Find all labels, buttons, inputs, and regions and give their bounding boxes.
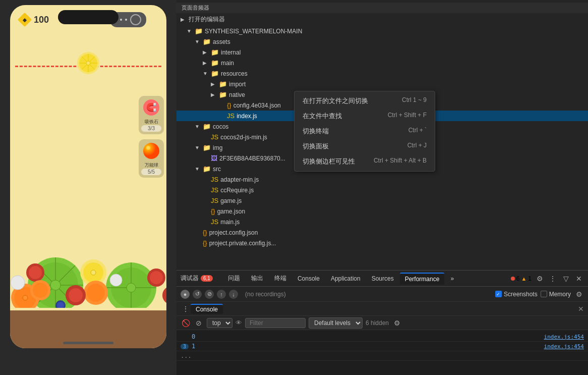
tab-more[interactable]: » — [445, 273, 459, 284]
eye-icon[interactable]: 👁 — [236, 319, 242, 327]
projectconfig-file[interactable]: ▶ {} project.config.json — [177, 227, 588, 238]
gamejs-file[interactable]: ▶ JS game.js — [177, 195, 588, 206]
tab-output[interactable]: 输出 — [246, 272, 268, 285]
import-folder[interactable]: ▶ 📁 import — [177, 79, 588, 89]
error-num: 6 — [516, 275, 520, 282]
img-folder-icon: 📁 — [203, 144, 211, 151]
game-panel: ◆ 100 — [0, 0, 177, 375]
clear-console-icon[interactable]: 🚫 — [181, 318, 191, 328]
filter-input[interactable] — [245, 318, 306, 328]
ball-item[interactable]: 万能球 5/5 — [139, 139, 164, 178]
log-val-1: 0 — [192, 333, 195, 340]
index-js-label: index.js — [237, 113, 257, 120]
frame-selector[interactable]: top — [207, 318, 232, 328]
svg-point-41 — [110, 274, 122, 286]
magnet-icon: 🧲 — [142, 98, 160, 117]
stop-button[interactable]: ⊘ — [205, 290, 214, 299]
download-button[interactable]: ↓ — [229, 290, 238, 299]
screenshots-text: Screenshots — [504, 291, 538, 298]
fruits-svg — [10, 207, 166, 308]
open-editors-label: 打开的编辑器 — [189, 15, 225, 24]
log-link-2[interactable]: index.js:454 — [544, 343, 584, 350]
chevron-native: ▶ — [211, 92, 217, 97]
assets-folder[interactable]: ▼ 📁 assets — [177, 36, 588, 47]
log-badge-2: 3 — [181, 344, 189, 349]
memory-checkbox[interactable] — [541, 291, 547, 297]
console-tab[interactable]: Console — [191, 304, 223, 314]
tab-console[interactable]: Console — [292, 273, 325, 284]
project-name: SYNTHESIS_WATERMELON-MAIN — [205, 28, 302, 35]
close-devtools-icon[interactable]: ✕ — [574, 274, 584, 284]
projectconfig-label: project.config.json — [209, 229, 258, 236]
record-button[interactable]: ● — [181, 290, 190, 299]
img-file-label: 2F3E6B8A4BE936870... — [219, 155, 285, 162]
open-editors-section[interactable]: ▶ 打开的编辑器 — [177, 13, 588, 26]
tab-performance[interactable]: Performance — [400, 273, 445, 285]
log-link-1[interactable]: index.js:454 — [544, 334, 584, 340]
no-recordings-text: (no recordings) — [241, 291, 492, 298]
more-options-icon[interactable]: ⋮ — [548, 274, 558, 284]
tab-terminal[interactable]: 终端 — [269, 272, 291, 285]
context-menu-item-3[interactable]: 切换终端 Ctrl + ` — [295, 124, 435, 139]
settings-icon[interactable]: ⚙ — [535, 274, 545, 284]
config-json-label: config.4e034.json — [233, 102, 281, 109]
console-more-icon[interactable]: ⋮ — [181, 304, 191, 314]
perf-settings-icon[interactable]: ⚙ — [574, 289, 584, 299]
gamejs-label: game.js — [220, 197, 242, 204]
resources-folder[interactable]: ▼ 📁 resources — [177, 68, 588, 79]
lemon-icon — [76, 50, 101, 76]
context-label-1: 在打开的文件之间切换 — [303, 96, 368, 105]
tab-issues[interactable]: 问题 — [223, 272, 245, 285]
console-toolbar: 🚫 ⊘ top 👁 Default levels 6 hidden ⚙ — [177, 316, 588, 330]
ccrequire-file[interactable]: ▶ JS ccRequire.js — [177, 185, 588, 195]
context-menu-item-5[interactable]: 切换侧边栏可见性 Ctrl + Shift + Alt + B — [295, 154, 435, 169]
right-items: 🧲 吸铁石 3/3 万能球 — [139, 96, 164, 178]
context-menu: 在打开的文件之间切换 Ctrl 1 ~ 9 在文件中查找 Ctrl + Shif… — [294, 91, 435, 172]
log-line-1: 0 index.js:454 — [177, 332, 588, 342]
more-tabs-icon: » — [450, 275, 454, 282]
output-label: 输出 — [251, 275, 263, 282]
svg-point-8 — [86, 61, 90, 65]
project-root[interactable]: ▼ 📁 SYNTHESIS_WATERMELON-MAIN — [177, 26, 588, 36]
adapter-file[interactable]: ▶ JS adapter-min.js — [177, 174, 588, 185]
assets-folder-icon: 📁 — [203, 38, 211, 45]
minimize-icon[interactable]: ▽ — [561, 274, 571, 284]
chevron-cocos: ▼ — [195, 124, 201, 129]
native-label: native — [229, 91, 245, 98]
filter-icon[interactable]: ⊘ — [194, 318, 204, 328]
svg-point-36 — [150, 271, 163, 284]
src-label: src — [213, 166, 221, 173]
console-tab-label: Console — [298, 275, 320, 282]
log-val-2: 1 — [192, 343, 195, 350]
img-file-icon: 🖼 — [211, 154, 217, 162]
tab-sources[interactable]: Sources — [367, 273, 399, 284]
svg-point-38 — [69, 288, 83, 302]
log-levels-selector[interactable]: Default levels — [309, 317, 363, 329]
main-folder[interactable]: ▶ 📁 main — [177, 58, 588, 68]
magnet-item[interactable]: 🧲 吸铁石 3/3 — [139, 96, 164, 134]
score-area: ◆ 100 — [18, 13, 49, 27]
context-menu-item-4[interactable]: 切换面板 Ctrl + J — [295, 139, 435, 154]
mainjs-label: main.js — [220, 219, 240, 226]
tab-application[interactable]: Application — [326, 273, 366, 284]
devtools-tabs-bar: 调试器 6,1 问题 输出 终端 Console Application — [177, 271, 588, 287]
gamejson-file[interactable]: ▶ {} game.json — [177, 206, 588, 217]
debugger-tab[interactable]: 调试器 6,1 — [181, 274, 213, 283]
cocos2d-label: cocos2d-js-min.js — [220, 134, 267, 141]
internal-folder[interactable]: ▶ 📁 internal — [177, 47, 588, 58]
gamejson-icon: {} — [211, 207, 215, 215]
projectprivate-file[interactable]: ▶ {} project.private.config.js... — [177, 238, 588, 248]
svg-point-19 — [50, 280, 61, 290]
context-menu-item-1[interactable]: 在打开的文件之间切换 Ctrl 1 ~ 9 — [295, 93, 435, 109]
upload-button[interactable]: ↑ — [217, 290, 226, 299]
context-menu-item-2[interactable]: 在文件中查找 Ctrl + Shift + F — [295, 109, 435, 124]
close-console-icon[interactable]: ✕ — [578, 305, 584, 313]
refresh-button[interactable]: ↺ — [193, 290, 202, 299]
img-label: img — [213, 144, 222, 151]
console-settings-icon[interactable]: ⚙ — [392, 318, 402, 328]
warning-num: 1 — [528, 275, 532, 282]
diamond-icon: ◆ — [18, 13, 32, 27]
chevron-resources: ▼ — [203, 71, 209, 76]
screenshots-checkbox[interactable]: ✓ — [495, 291, 502, 297]
mainjs-file[interactable]: ▶ JS main.js — [177, 217, 588, 227]
